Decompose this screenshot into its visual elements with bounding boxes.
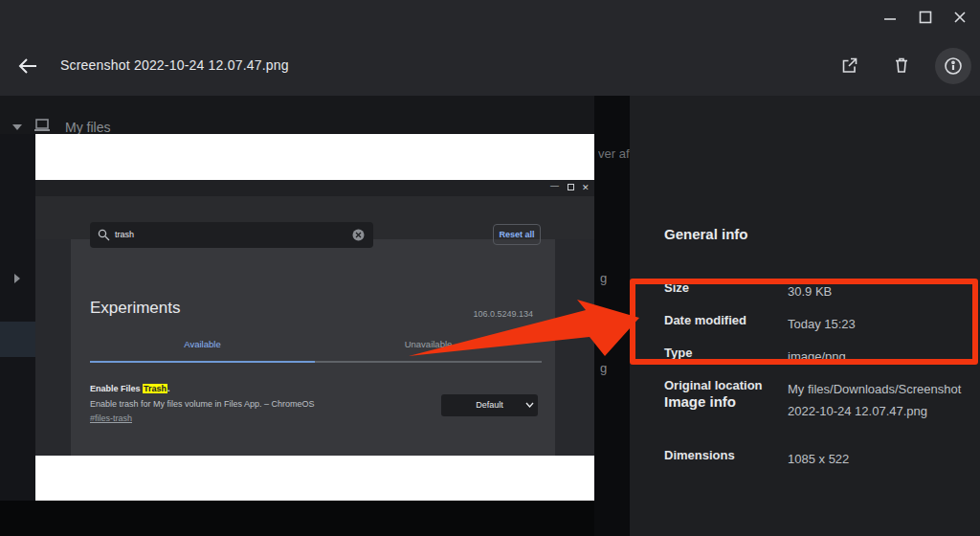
back-icon[interactable] (18, 57, 37, 75)
app-header: Screenshot 2022-10-24 12.07.47.png (0, 0, 980, 96)
clear-search-icon (352, 229, 365, 241)
tab-indicator (90, 361, 315, 363)
annotation-rectangle (630, 279, 978, 365)
minimize-button[interactable] (883, 11, 897, 24)
open-in-new-icon[interactable] (839, 56, 858, 76)
flags-content-margin (35, 239, 71, 456)
flags-minimize-icon: — (550, 182, 559, 190)
selected-row-highlight (0, 322, 35, 357)
flags-titlebar: — ✕ (35, 180, 594, 196)
annotation-arrow (402, 292, 651, 368)
search-icon (98, 229, 110, 241)
image-info-heading: Image info (664, 393, 736, 410)
flags-close-icon: ✕ (582, 184, 590, 192)
flag-description: Enable trash for My files volume in File… (90, 399, 315, 409)
flags-toolbar: trash Reset all (35, 196, 594, 239)
flags-tab-available: Available (90, 339, 315, 349)
info-icon (944, 56, 963, 76)
background-text-fragment: g (600, 271, 607, 285)
flag-title: Enable Files Trash. (90, 384, 170, 393)
tree-collapse-icon[interactable] (14, 274, 20, 283)
flags-search-input: trash (90, 222, 373, 248)
background-text-fragment: ver af (598, 146, 630, 161)
files-app-backdrop-left (0, 134, 35, 501)
maximize-button[interactable] (919, 11, 932, 24)
gallery-app-window: Screenshot 2022-10-24 12.07.47.png My fi… (0, 0, 980, 536)
search-highlight: Trash (143, 384, 167, 393)
flags-maximize-icon (568, 184, 574, 192)
tree-expand-icon[interactable] (12, 124, 22, 130)
dropdown-chevron-icon (525, 402, 534, 409)
close-button[interactable] (953, 11, 967, 24)
laptop-icon (33, 119, 51, 132)
flag-state-dropdown: Default (441, 394, 538, 416)
flag-permalink: #files-trash (90, 413, 132, 423)
reset-all-button: Reset all (493, 224, 541, 245)
sidebar-item-my-files[interactable]: My files (65, 120, 110, 135)
flags-page-title: Experiments (90, 299, 180, 318)
file-title: Screenshot 2022-10-24 12.07.47.png (60, 57, 289, 73)
flags-search-value: trash (115, 230, 134, 239)
files-app-backdrop-bottom (0, 501, 630, 536)
delete-icon[interactable] (892, 56, 911, 75)
general-info-heading: General info (664, 226, 748, 242)
